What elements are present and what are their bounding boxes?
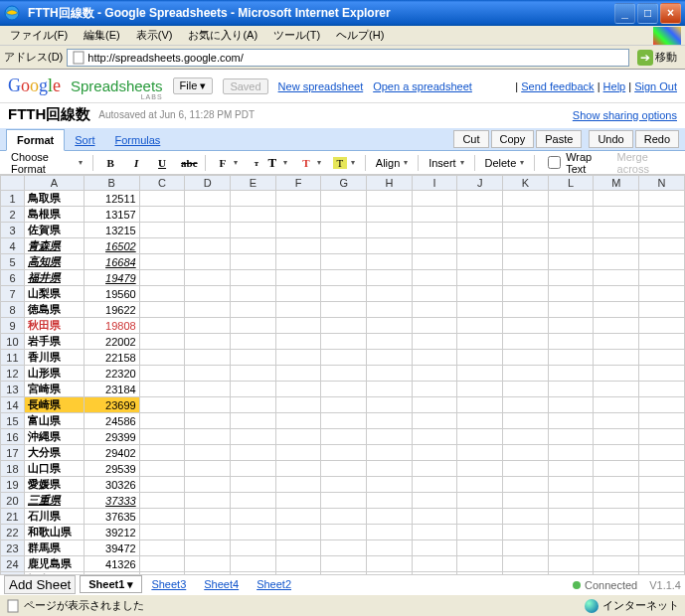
- cell-K11[interactable]: [503, 350, 549, 366]
- cell-A3[interactable]: 佐賀県: [24, 223, 84, 238]
- cell-C14[interactable]: [139, 397, 185, 413]
- cell-J14[interactable]: [457, 397, 503, 413]
- cell-J3[interactable]: [457, 223, 503, 238]
- document-name[interactable]: FTTH回線数: [8, 105, 90, 124]
- row-header-24[interactable]: 24: [1, 556, 25, 572]
- copy-button[interactable]: Copy: [491, 130, 535, 148]
- cell-D1[interactable]: [185, 191, 231, 207]
- cell-E10[interactable]: [231, 334, 276, 350]
- cell-C8[interactable]: [139, 302, 185, 318]
- cell-G24[interactable]: [321, 556, 367, 572]
- cell-G6[interactable]: [321, 270, 367, 286]
- cell-N17[interactable]: [639, 445, 685, 461]
- cell-J7[interactable]: [457, 286, 503, 302]
- cell-K19[interactable]: [503, 477, 549, 493]
- cell-B23[interactable]: 39472: [84, 540, 139, 556]
- cell-M10[interactable]: [594, 334, 639, 350]
- cell-L25[interactable]: [548, 572, 594, 575]
- cell-L15[interactable]: [548, 413, 594, 429]
- cell-G10[interactable]: [321, 334, 367, 350]
- col-header-D[interactable]: D: [185, 176, 231, 191]
- cell-H17[interactable]: [367, 445, 413, 461]
- cell-C1[interactable]: [139, 191, 185, 207]
- choose-format-dropdown[interactable]: Choose Format: [6, 148, 87, 178]
- cell-M20[interactable]: [594, 493, 639, 509]
- cell-I9[interactable]: [412, 318, 457, 334]
- cell-H10[interactable]: [367, 334, 413, 350]
- cell-N16[interactable]: [639, 429, 685, 445]
- cell-M22[interactable]: [594, 525, 639, 540]
- cell-E8[interactable]: [231, 302, 276, 318]
- cell-C18[interactable]: [139, 461, 185, 477]
- redo-button[interactable]: Redo: [635, 130, 679, 148]
- cell-F4[interactable]: [275, 238, 321, 254]
- sheet-tab-Sheet3[interactable]: Sheet3: [142, 575, 195, 593]
- col-header-L[interactable]: L: [548, 176, 594, 191]
- cell-H15[interactable]: [367, 413, 413, 429]
- row-header-2[interactable]: 2: [1, 207, 25, 223]
- cell-I6[interactable]: [412, 270, 457, 286]
- cell-K10[interactable]: [503, 334, 549, 350]
- cell-I25[interactable]: [412, 572, 457, 575]
- cell-A10[interactable]: 岩手県: [24, 334, 84, 350]
- cell-N8[interactable]: [639, 302, 685, 318]
- cell-B2[interactable]: 13157: [84, 207, 139, 223]
- row-header-14[interactable]: 14: [1, 397, 25, 413]
- cell-G25[interactable]: [321, 572, 367, 575]
- cell-I13[interactable]: [412, 382, 457, 397]
- cell-M8[interactable]: [594, 302, 639, 318]
- cell-I5[interactable]: [412, 254, 457, 270]
- cell-I12[interactable]: [412, 366, 457, 382]
- cell-I20[interactable]: [412, 493, 457, 509]
- cell-I18[interactable]: [412, 461, 457, 477]
- cell-C15[interactable]: [139, 413, 185, 429]
- cell-A22[interactable]: 和歌山県: [24, 525, 84, 540]
- undo-button[interactable]: Undo: [589, 130, 632, 148]
- cell-A1[interactable]: 鳥取県: [24, 191, 84, 207]
- cell-F8[interactable]: [275, 302, 321, 318]
- cell-D21[interactable]: [185, 509, 231, 525]
- cell-E17[interactable]: [231, 445, 276, 461]
- col-header-B[interactable]: B: [84, 176, 139, 191]
- cell-B11[interactable]: 22158: [84, 350, 139, 366]
- menu-edit[interactable]: 編集(E): [78, 27, 126, 44]
- cell-K17[interactable]: [503, 445, 549, 461]
- row-header-13[interactable]: 13: [1, 382, 25, 397]
- paste-button[interactable]: Paste: [536, 130, 582, 148]
- cell-C7[interactable]: [139, 286, 185, 302]
- cell-C3[interactable]: [139, 223, 185, 238]
- cell-B1[interactable]: 12511: [84, 191, 139, 207]
- cell-F3[interactable]: [275, 223, 321, 238]
- cell-E6[interactable]: [231, 270, 276, 286]
- col-header-J[interactable]: J: [457, 176, 503, 191]
- delete-dropdown[interactable]: Delete: [480, 154, 530, 172]
- cell-J12[interactable]: [457, 366, 503, 382]
- go-button[interactable]: ➔ 移動: [633, 50, 681, 66]
- cell-L17[interactable]: [548, 445, 594, 461]
- cell-C24[interactable]: [139, 556, 185, 572]
- cell-I23[interactable]: [412, 540, 457, 556]
- cell-A12[interactable]: 山形県: [24, 366, 84, 382]
- cell-B19[interactable]: 30326: [84, 477, 139, 493]
- cell-L22[interactable]: [548, 525, 594, 540]
- cell-N5[interactable]: [639, 254, 685, 270]
- cell-F24[interactable]: [275, 556, 321, 572]
- cell-C5[interactable]: [139, 254, 185, 270]
- col-header-I[interactable]: I: [412, 176, 457, 191]
- cell-K16[interactable]: [503, 429, 549, 445]
- cell-N11[interactable]: [639, 350, 685, 366]
- cell-H12[interactable]: [367, 366, 413, 382]
- signout-link[interactable]: Sign Out: [634, 80, 677, 92]
- cell-B12[interactable]: 22320: [84, 366, 139, 382]
- cell-N12[interactable]: [639, 366, 685, 382]
- cell-G9[interactable]: [321, 318, 367, 334]
- cell-L11[interactable]: [548, 350, 594, 366]
- cell-M14[interactable]: [594, 397, 639, 413]
- cell-C2[interactable]: [139, 207, 185, 223]
- cell-L2[interactable]: [548, 207, 594, 223]
- cell-I21[interactable]: [412, 509, 457, 525]
- cell-K6[interactable]: [503, 270, 549, 286]
- cell-A14[interactable]: 長崎県: [24, 397, 84, 413]
- cell-K15[interactable]: [503, 413, 549, 429]
- cell-B10[interactable]: 22002: [84, 334, 139, 350]
